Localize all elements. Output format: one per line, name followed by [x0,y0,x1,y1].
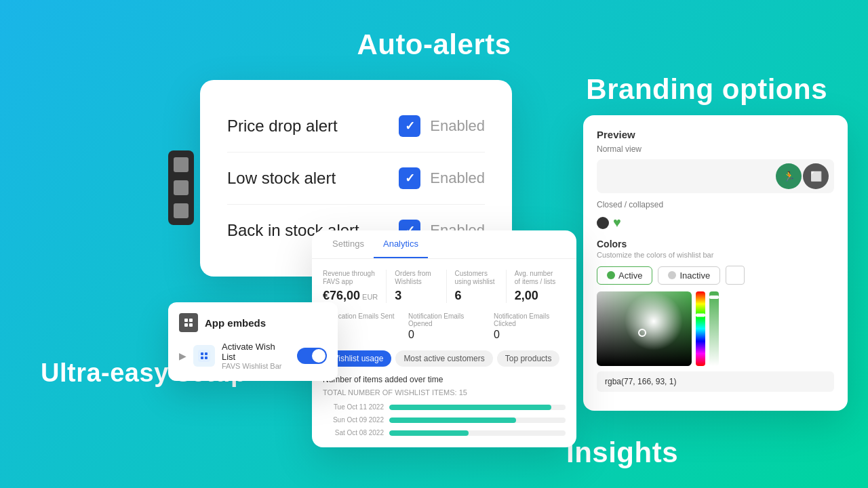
revenue-sub: EUR [362,293,378,301]
avg-items-label: Avg. number of items / lists [515,270,557,286]
colors-desc: Customize the colors of wishlist bar [597,251,834,259]
low-stock-checkbox[interactable] [399,167,420,189]
embeds-title: App embeds [205,317,266,329]
active-color-button[interactable]: Active [597,266,652,285]
app-name: Activate Wish List [222,342,290,362]
analytics-tabs: Settings Analytics [312,230,576,259]
active-color-dot [607,271,615,279]
chart-bar-2 [389,430,469,436]
chart-title: Number of items added over time [323,375,566,384]
chart-area: Tue Oct 11 2022 Sun Oct 09 2022 Sat Oct … [323,403,566,436]
collapsed-label: Closed / collapsed [597,200,834,209]
analytics-body: Revenue through FAVS app €76,00 EUR Orde… [312,259,576,447]
sub-tab-active-customers[interactable]: Most active customers [395,350,492,367]
auto-alerts-label: Auto-alerts [357,28,511,61]
stat-revenue: Revenue through FAVS app €76,00 EUR [323,270,387,303]
colors-title: Colors [597,239,834,249]
normal-view-label: Normal view [597,144,834,154]
collapsed-row: ♥ [597,215,834,230]
svg-rect-8 [205,357,208,359]
embeds-icon [179,313,198,332]
price-drop-checkbox[interactable] [399,115,420,137]
sub-tab-top-products[interactable]: Top products [497,350,560,367]
sidebar-icon-apps[interactable] [174,203,189,218]
preview-section: Preview Normal view 🏃 ⬜ Closed / collaps… [597,129,834,230]
chart-total: TOTAL NUMBER OF WISHLIST ITEMS: 15 [323,388,566,396]
alert-row-price-drop: Price drop alert Enabled [227,100,485,152]
sidebar-icon-grid[interactable] [174,157,189,172]
revenue-value: €76,00 [323,289,360,303]
alpha-bar[interactable] [709,291,719,366]
revenue-label: Revenue through FAVS app [323,270,378,286]
embeds-card: App embeds ▶ Activate Wish List FAVS Wis… [168,302,338,381]
svg-rect-6 [205,352,208,355]
chart-row-2: Sat Oct 08 2022 [323,429,566,436]
inactive-color-button[interactable]: Inactive [658,266,720,285]
orders-label: Orders from Wishlists [395,270,437,286]
color-value-input[interactable] [597,371,834,392]
avg-items-value: 2,00 [515,289,557,303]
inactive-label: Inactive [679,270,710,281]
collapsed-dot [597,217,609,229]
svg-rect-0 [184,319,188,322]
chart-bar-0 [389,405,551,410]
color-picker-area [597,291,834,366]
chart-row-0: Tue Oct 11 2022 [323,403,566,411]
email-stats: Notification Emails Sent 0 Notification … [323,312,566,341]
color-picker-dot [638,329,646,337]
insights-label: Insights [566,436,678,469]
collapsed-heart-icon: ♥ [613,215,621,230]
emails-clicked: Notification Emails Clicked 0 [494,312,566,341]
emails-opened-label: Notification Emails Opened [408,312,480,327]
app-icon [193,345,215,367]
preview-normal-view: 🏃 ⬜ [597,159,834,193]
stat-orders: Orders from Wishlists 3 [395,270,446,303]
embeds-header: App embeds [179,313,327,332]
preview-label: Preview [597,129,635,140]
colors-section: Colors Customize the colors of wishlist … [597,239,834,392]
emails-opened: Notification Emails Opened 0 [408,312,480,341]
chart-bar-container-1 [389,418,566,423]
analytics-stats: Revenue through FAVS app €76,00 EUR Orde… [323,270,566,303]
svg-rect-7 [201,357,203,359]
stat-avg-items: Avg. number of items / lists 2,00 [515,270,566,303]
chart-date-0: Tue Oct 11 2022 [323,403,384,411]
hue-bar[interactable] [696,291,705,366]
low-stock-alert-right: Enabled [399,167,485,189]
stat-customers: Customers using wishlist 6 [455,270,507,303]
embeds-row: ▶ Activate Wish List FAVS Wishlist Bar [179,342,327,370]
chart-date-2: Sat Oct 08 2022 [323,429,384,436]
empty-color-button[interactable] [726,266,745,285]
sidebar-icons [168,150,194,225]
preview-logo-gray: ⬜ [803,163,829,189]
analytics-card: Settings Analytics Revenue through FAVS … [312,230,576,447]
svg-rect-1 [189,319,193,322]
svg-rect-3 [189,323,193,327]
emails-opened-value: 0 [408,329,480,341]
inactive-color-dot [668,271,676,279]
chart-bar-container-0 [389,405,566,410]
sidebar-icon-pencil[interactable] [174,180,189,195]
active-label: Active [618,270,642,281]
alert-row-low-stock: Low stock alert Enabled [227,152,485,205]
preview-logo-green: 🏃 [776,163,802,189]
chart-bar-container-2 [389,430,566,436]
tab-settings[interactable]: Settings [323,230,374,258]
emails-clicked-label: Notification Emails Clicked [494,312,566,327]
embeds-app-info: Activate Wish List FAVS Wishlist Bar [222,342,290,370]
chart-row-1: Sun Oct 09 2022 [323,416,566,424]
price-drop-status: Enabled [430,117,485,135]
activate-toggle[interactable] [297,348,327,364]
sub-tabs: Wishlist usage Most active customers Top… [323,350,566,367]
svg-rect-5 [201,352,203,355]
low-stock-status: Enabled [430,169,485,187]
expand-arrow-icon[interactable]: ▶ [179,350,186,361]
tab-analytics[interactable]: Analytics [374,230,428,258]
branding-options-label: Branding options [586,73,827,106]
app-sub: FAVS Wishlist Bar [222,362,290,370]
orders-value: 3 [395,289,437,303]
branding-card: Preview Normal view 🏃 ⬜ Closed / collaps… [583,115,848,411]
color-gradient[interactable] [597,291,692,366]
low-stock-alert-label: Low stock alert [227,169,336,188]
price-drop-alert-label: Price drop alert [227,117,338,136]
